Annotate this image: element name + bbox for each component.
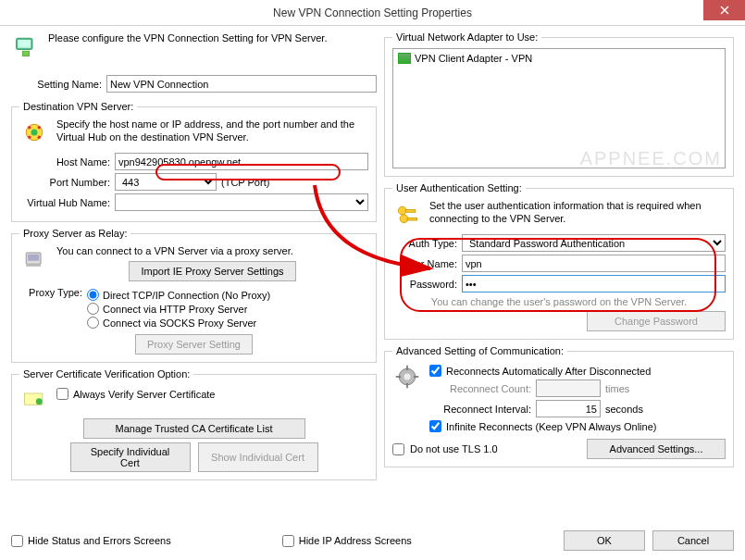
hide-ip-checkbox[interactable] <box>282 535 294 547</box>
no-tls-label: Do not use TLS 1.0 <box>410 443 498 454</box>
proxy-http-label: Connect via HTTP Proxy Server <box>103 304 247 315</box>
port-select[interactable]: 443 <box>115 173 217 191</box>
reconnect-auto-label: Reconnects Automatically After Disconnec… <box>446 366 651 377</box>
interval-input[interactable] <box>536 400 601 417</box>
vhub-label: Virtual Hub Name: <box>19 197 110 208</box>
adapter-listbox[interactable]: VPN Client Adapter - VPN <box>392 48 726 168</box>
tcp-port-label: (TCP Port) <box>221 177 269 188</box>
window-title: New VPN Connection Setting Properties <box>273 6 472 19</box>
vhub-select[interactable] <box>115 193 368 211</box>
svg-point-4 <box>31 130 38 136</box>
nic-icon <box>398 53 411 64</box>
reconnect-auto-checkbox[interactable] <box>429 365 441 377</box>
hide-status-checkbox[interactable] <box>11 535 23 547</box>
count-unit: times <box>605 383 629 394</box>
svg-rect-2 <box>23 51 30 56</box>
user-label: User Name: <box>392 258 457 269</box>
server-icon <box>19 118 49 147</box>
cert-group: Server Certificate Verification Option: … <box>11 368 377 480</box>
setting-name-input[interactable] <box>106 75 377 93</box>
svg-point-13 <box>36 399 43 405</box>
ok-button[interactable]: OK <box>564 530 645 551</box>
infinite-checkbox[interactable] <box>429 420 441 432</box>
adapter-group: Virtual Network Adapter to Use: VPN Clie… <box>384 31 734 177</box>
username-input[interactable] <box>462 255 726 272</box>
cancel-button[interactable]: Cancel <box>652 530 734 551</box>
pass-label: Password: <box>392 279 457 290</box>
auth-desc: Set the user authentication information … <box>429 199 726 229</box>
port-label: Port Number: <box>19 177 110 188</box>
adapter-item-label: VPN Client Adapter - VPN <box>415 53 532 64</box>
proxy-setting-button[interactable]: Proxy Server Setting <box>135 334 253 355</box>
proxy-icon <box>19 244 49 274</box>
infinite-label: Infinite Reconnects (Keep VPN Always Onl… <box>446 421 656 432</box>
auth-group: User Authentication Setting: Set the use… <box>384 182 734 340</box>
interval-label: Reconnect Interval: <box>429 404 531 415</box>
svg-point-19 <box>404 374 411 380</box>
hide-status-label: Hide Status and Errors Screens <box>28 535 171 546</box>
screen-icon <box>11 31 41 61</box>
svg-rect-11 <box>26 264 41 267</box>
cert-legend: Server Certificate Verification Option: <box>19 368 193 380</box>
hide-ip-label: Hide IP Address Screens <box>299 535 412 546</box>
svg-point-5 <box>28 126 31 130</box>
cert-icon <box>19 385 49 415</box>
intro-text: Please configure the VPN Connection Sett… <box>48 31 377 61</box>
keys-icon <box>392 199 422 229</box>
host-input[interactable] <box>115 153 368 170</box>
host-label: Host Name: <box>19 156 110 168</box>
svg-rect-17 <box>407 218 417 220</box>
advanced-legend: Advanced Setting of Communication: <box>392 345 567 356</box>
manage-ca-button[interactable]: Manage Trusted CA Certificate List <box>83 418 305 439</box>
count-input[interactable] <box>536 380 601 397</box>
auth-type-select[interactable]: Standard Password Authentication <box>462 234 726 252</box>
svg-rect-1 <box>18 40 31 48</box>
proxy-socks-radio[interactable] <box>87 317 99 329</box>
close-button[interactable] <box>703 0 745 20</box>
destination-group: Destination VPN Server: Specify the host… <box>11 101 377 222</box>
proxy-type-label: Proxy Type: <box>19 287 82 298</box>
import-ie-button[interactable]: Import IE Proxy Server Settings <box>129 261 295 281</box>
proxy-direct-radio[interactable] <box>87 289 99 301</box>
auth-type-label: Auth Type: <box>392 238 457 249</box>
auth-legend: User Authentication Setting: <box>392 182 526 193</box>
svg-point-6 <box>38 126 42 130</box>
proxy-socks-label: Connect via SOCKS Proxy Server <box>103 317 256 329</box>
always-verify-label: Always Verify Server Certificate <box>73 389 215 400</box>
advanced-settings-button[interactable]: Advanced Settings... <box>587 439 726 459</box>
setting-name-label: Setting Name: <box>11 79 102 90</box>
adapter-item[interactable]: VPN Client Adapter - VPN <box>396 52 722 65</box>
specify-cert-button[interactable]: Specify Individual Cert <box>70 442 191 472</box>
adapter-legend: Virtual Network Adapter to Use: <box>392 31 541 43</box>
dest-desc: Specify the host name or IP address, and… <box>56 118 368 147</box>
auth-hint: You can change the user's password on th… <box>392 296 726 307</box>
show-cert-button[interactable]: Show Individual Cert <box>198 442 318 472</box>
always-verify-checkbox[interactable] <box>56 388 68 400</box>
titlebar: New VPN Connection Setting Properties <box>0 0 745 26</box>
no-tls-checkbox[interactable] <box>392 443 404 455</box>
password-input[interactable] <box>462 275 726 292</box>
svg-rect-10 <box>28 255 39 261</box>
svg-rect-15 <box>405 210 416 213</box>
proxy-direct-label: Direct TCP/IP Connection (No Proxy) <box>103 290 270 301</box>
svg-point-8 <box>38 136 42 140</box>
destination-legend: Destination VPN Server: <box>19 101 137 112</box>
svg-point-7 <box>28 136 31 140</box>
proxy-group: Proxy Server as Relay: You can connect t… <box>11 228 377 363</box>
proxy-desc: You can connect to a VPN Server via a pr… <box>56 244 368 257</box>
gear-icon <box>392 362 422 392</box>
proxy-http-radio[interactable] <box>87 303 99 315</box>
change-password-button[interactable]: Change Password <box>587 311 726 331</box>
interval-unit: seconds <box>605 404 643 415</box>
advanced-group: Advanced Setting of Communication: Recon… <box>384 345 734 467</box>
proxy-legend: Proxy Server as Relay: <box>19 228 130 239</box>
count-label: Reconnect Count: <box>429 383 531 394</box>
